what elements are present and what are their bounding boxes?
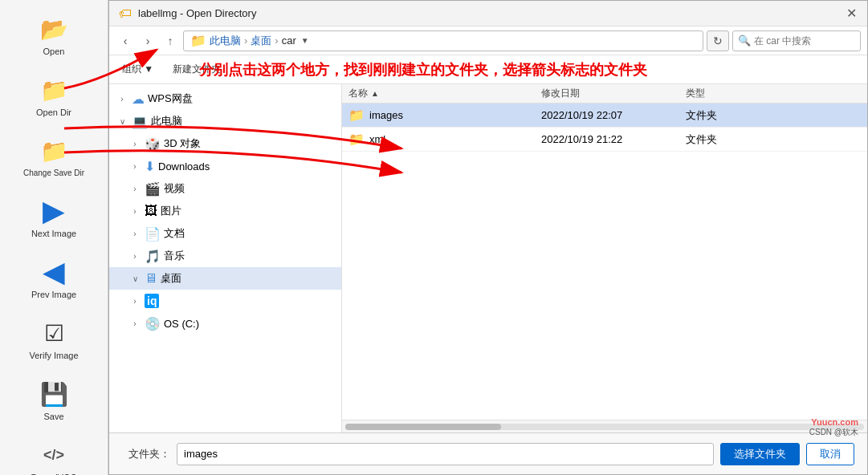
tree-item-pc[interactable]: ∨ 💻 此电脑 (109, 110, 341, 132)
tree-toggle-osc[interactable]: › (128, 319, 141, 328)
search-icon: 🔍 (738, 35, 751, 47)
3d-icon: 🎲 (145, 136, 161, 152)
tree-toggle-pc[interactable]: ∨ (116, 117, 128, 126)
toolbar: 组织 ▼ 新建文件夹 (109, 55, 867, 84)
file-list-header: 名称 ▲ 修改日期 类型 (342, 84, 867, 104)
pictures-icon: 🖼 (145, 204, 157, 218)
tree-item-video[interactable]: › 🎬 视频 (109, 177, 341, 200)
header-name[interactable]: 名称 ▲ (342, 87, 535, 100)
header-date[interactable]: 修改日期 (535, 87, 679, 100)
organize-label: 组织 ▼ (122, 63, 153, 76)
folder-input[interactable] (177, 443, 714, 465)
file-cell-xml-type: 文件夹 (679, 132, 867, 147)
breadcrumb-dropdown-icon[interactable]: ▼ (301, 36, 309, 45)
hscroll-thumb[interactable] (345, 424, 501, 430)
content-area: › ☁ WPS网盘 ∨ 💻 此电脑 › 🎲 3D 对象 › ⬇ Download… (109, 84, 867, 432)
file-cell-images-date: 2022/10/19 22:07 (535, 109, 679, 121)
sidebar-item-change-save-dir[interactable]: 📁 Change Save Dir (10, 130, 98, 182)
file-type-images: 文件夹 (686, 108, 717, 123)
sidebar-item-next-image-label: Next Image (31, 229, 76, 238)
header-type[interactable]: 类型 (679, 87, 867, 100)
save-icon: 💾 (38, 378, 70, 410)
new-folder-button[interactable]: 新建文件夹 (166, 59, 227, 79)
file-date-xml: 2022/10/19 21:22 (541, 133, 622, 145)
tree-toggle-iqiyi[interactable]: › (128, 297, 141, 306)
tree-label-3d: 3D 对象 (164, 136, 335, 151)
file-date-images: 2022/10/19 22:07 (541, 109, 622, 121)
tree-toggle-docs[interactable]: › (128, 229, 141, 238)
tree-label-downloads: Downloads (158, 160, 335, 173)
file-name-xml: xml (369, 133, 385, 145)
file-row-images[interactable]: 📁 images 2022/10/19 22:07 文件夹 (342, 104, 867, 128)
file-list-empty-space (342, 152, 867, 420)
tree-toggle-desktop[interactable]: ∨ (128, 274, 141, 283)
tree-item-wps[interactable]: › ☁ WPS网盘 (109, 87, 341, 110)
tree-toggle-video[interactable]: › (128, 185, 141, 193)
back-button[interactable]: ‹ (116, 31, 135, 51)
file-cell-xml-date: 2022/10/19 21:22 (535, 133, 679, 145)
tree-toggle-3d[interactable]: › (128, 140, 141, 148)
open-dir-icon: 📁 (38, 74, 70, 106)
verify-image-icon: ☑ (38, 317, 70, 349)
hscrollbar[interactable] (342, 420, 867, 432)
sort-icon: ▲ (371, 89, 379, 98)
sidebar-item-verify-image[interactable]: ☑ Verify Image (10, 312, 98, 365)
tree-item-music[interactable]: › 🎵 音乐 (109, 245, 341, 267)
tree-item-downloads[interactable]: › ⬇ Downloads (109, 155, 341, 177)
tree-label-desktop: 桌面 (161, 271, 335, 286)
address-bar: ‹ › ↑ 📁 此电脑 › 桌面 › car ▼ ↻ 🔍 (109, 26, 867, 55)
folder-icon-xml: 📁 (348, 132, 365, 147)
header-date-label: 修改日期 (541, 87, 580, 100)
tree-item-3d[interactable]: › 🎲 3D 对象 (109, 132, 341, 155)
tree-item-docs[interactable]: › 📄 文档 (109, 222, 341, 245)
tree-toggle-music[interactable]: › (128, 252, 141, 261)
organize-button[interactable]: 组织 ▼ (116, 59, 160, 79)
forward-button[interactable]: › (138, 31, 157, 51)
cancel-button[interactable]: 取消 (806, 443, 854, 465)
tree-toggle-pictures[interactable]: › (128, 207, 141, 216)
search-input[interactable] (754, 35, 855, 47)
sidebar-item-prev-image[interactable]: ◀ Prev Image (10, 251, 98, 304)
breadcrumb[interactable]: 📁 此电脑 › 桌面 › car ▼ (183, 30, 703, 51)
new-folder-label: 新建文件夹 (173, 63, 221, 76)
pc-icon: 💻 (132, 114, 148, 129)
sidebar-item-prev-image-label: Prev Image (31, 290, 76, 299)
breadcrumb-current[interactable]: car (282, 35, 296, 47)
refresh-button[interactable]: ↻ (707, 30, 729, 51)
tree-item-osc[interactable]: › 💿 OS (C:) (109, 312, 341, 335)
select-folder-button[interactable]: 选择文件夹 (720, 443, 800, 465)
next-image-icon: ▶ (38, 195, 70, 227)
folder-icon-images: 📁 (348, 108, 365, 123)
sidebar-item-change-save-dir-label: Change Save Dir (23, 168, 84, 177)
tree-label-wps: WPS网盘 (148, 91, 335, 106)
sidebar-item-save[interactable]: 💾 Save (10, 373, 98, 426)
pascal-voc-icon: </> (38, 439, 70, 471)
select-folder-label: 选择文件夹 (734, 448, 786, 460)
sidebar-item-open[interactable]: 📂 Open (10, 8, 98, 61)
file-row-xml[interactable]: 📁 xml 2022/10/19 21:22 文件夹 (342, 128, 867, 152)
tree-item-pictures[interactable]: › 🖼 图片 (109, 200, 341, 222)
close-button[interactable]: ✕ (845, 7, 858, 20)
music-icon: 🎵 (145, 249, 161, 264)
tree-label-osc: OS (C:) (164, 318, 335, 330)
titlebar-app-icon: 🏷 (119, 6, 132, 21)
up-button[interactable]: ↑ (161, 31, 180, 51)
dialog: 🏷 labellmg - Open Directory ✕ ‹ › ↑ 📁 此电… (108, 0, 868, 475)
titlebar-left: 🏷 labellmg - Open Directory (119, 6, 256, 21)
tree-item-desktop[interactable]: ∨ 🖥 桌面 (109, 267, 341, 290)
file-type-xml: 文件夹 (686, 132, 717, 147)
breadcrumb-pc[interactable]: 此电脑 (210, 34, 241, 48)
desktop-icon: 🖥 (145, 271, 157, 286)
titlebar-title: labellmg - Open Directory (138, 7, 256, 19)
sidebar-item-open-dir[interactable]: 📁 Open Dir (10, 69, 98, 122)
iqiyi-icon: iq (145, 294, 159, 308)
tree-toggle-wps[interactable]: › (116, 95, 128, 104)
tree-item-iqiyi[interactable]: › iq (109, 290, 341, 312)
sidebar-item-pascal-voc[interactable]: </> PascalVOC (10, 434, 98, 475)
tree-toggle-downloads[interactable]: › (128, 162, 141, 171)
breadcrumb-desktop[interactable]: 桌面 (251, 34, 271, 48)
search-bar[interactable]: 🔍 (732, 30, 861, 51)
tree-label-music: 音乐 (164, 249, 335, 263)
prev-image-icon: ◀ (38, 256, 70, 288)
sidebar-item-next-image[interactable]: ▶ Next Image (10, 190, 98, 243)
